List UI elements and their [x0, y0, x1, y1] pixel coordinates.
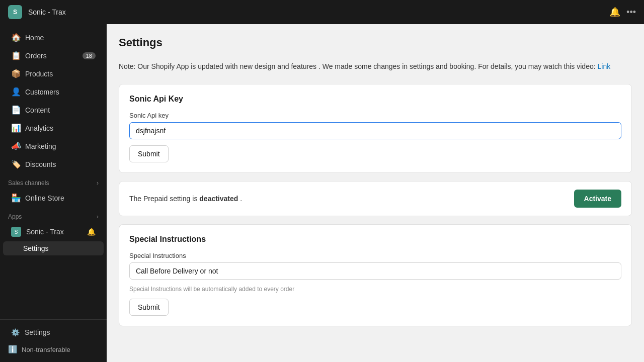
special-instructions-input[interactable]	[129, 262, 621, 280]
top-bar-actions: 🔔 •••	[609, 7, 636, 18]
main-content: Settings Note: Our Shopify App is update…	[107, 24, 644, 362]
sidebar-item-label: Analytics	[25, 124, 53, 132]
special-instructions-card: Special Instructions Special Instruction…	[119, 224, 632, 326]
products-icon: 📦	[11, 69, 20, 78]
sidebar-item-label: Customers	[25, 88, 59, 96]
sidebar-item-discounts[interactable]: 🏷️ Discounts	[3, 155, 104, 173]
orders-badge: 18	[83, 52, 96, 59]
sidebar-bottom: ⚙️ Settings ℹ️ Non-transferable	[0, 319, 107, 362]
sonic-api-key-submit-button[interactable]: Submit	[129, 145, 169, 162]
sonic-trax-icon: S	[11, 227, 21, 237]
sidebar-item-sonic-trax[interactable]: S Sonic - Trax 🔔	[3, 223, 104, 241]
sidebar-item-label: Marketing	[25, 142, 56, 150]
sidebar-item-label: Sonic - Trax	[26, 228, 64, 236]
sidebar-item-label: Content	[25, 106, 50, 114]
sidebar-item-content[interactable]: 📄 Content	[3, 101, 104, 119]
notification-icon: 🔔	[87, 228, 96, 236]
sidebar-item-label: Online Store	[25, 194, 64, 202]
sidebar-item-settings-main[interactable]: ⚙️ Settings	[3, 324, 104, 340]
sonic-api-key-input[interactable]	[129, 122, 621, 139]
analytics-icon: 📊	[11, 123, 20, 133]
app-name: Sonic - Trax	[28, 8, 66, 16]
special-instructions-hint: Special Instructions will be automatical…	[129, 286, 621, 293]
prepaid-status-text: The Prepaid setting is deactivated .	[129, 195, 242, 203]
sidebar-item-label: Home	[25, 34, 44, 42]
info-icon: ℹ️	[8, 345, 18, 354]
sidebar-item-customers[interactable]: 👤 Customers	[3, 83, 104, 101]
sidebar-sub-item-label: Settings	[23, 244, 49, 252]
sidebar-item-label: Discounts	[25, 160, 56, 168]
special-instructions-label: Special Instructions	[129, 252, 621, 259]
sidebar-item-analytics[interactable]: 📊 Analytics	[3, 119, 104, 137]
apps-section: Apps ›	[0, 207, 107, 222]
page-title: Settings	[119, 36, 632, 49]
note-text: Note: Our Shopify App is updated with ne…	[119, 61, 632, 72]
sonic-api-key-card-title: Sonic Api Key	[129, 95, 621, 104]
prepaid-card: The Prepaid setting is deactivated . Act…	[119, 181, 632, 216]
sidebar-item-orders[interactable]: 📋 Orders 18	[3, 47, 104, 64]
sidebar-item-home[interactable]: 🏠 Home	[3, 29, 104, 46]
activate-button[interactable]: Activate	[574, 190, 621, 208]
non-transferable-item: ℹ️ Non-transferable	[0, 341, 107, 358]
sales-channels-section: Sales channels ›	[0, 173, 107, 189]
more-icon[interactable]: •••	[626, 7, 636, 18]
online-store-icon: 🏪	[11, 193, 20, 203]
chevron-right-icon-apps: ›	[97, 213, 99, 220]
sidebar-nav: 🏠 Home 📋 Orders 18 📦 Products 👤 Customer…	[0, 24, 107, 319]
sidebar-item-label: Products	[25, 70, 53, 78]
top-bar: S Sonic - Trax 🔔 •••	[0, 0, 644, 24]
sidebar-sub-item-settings[interactable]: Settings	[3, 241, 104, 255]
sidebar: 🏠 Home 📋 Orders 18 📦 Products 👤 Customer…	[0, 24, 107, 362]
settings-icon: ⚙️	[11, 328, 20, 336]
bell-icon[interactable]: 🔔	[609, 7, 620, 18]
sidebar-item-label: Settings	[25, 328, 50, 336]
chevron-right-icon: ›	[97, 179, 99, 187]
sidebar-item-products[interactable]: 📦 Products	[3, 65, 104, 82]
sidebar-item-marketing[interactable]: 📣 Marketing	[3, 137, 104, 155]
discounts-icon: 🏷️	[11, 159, 20, 169]
special-instructions-card-title: Special Instructions	[129, 235, 621, 244]
note-link[interactable]: Link	[598, 62, 611, 70]
sidebar-item-label: Orders	[25, 52, 47, 60]
special-instructions-submit-button[interactable]: Submit	[129, 299, 169, 316]
sidebar-item-online-store[interactable]: 🏪 Online Store	[3, 189, 104, 207]
prepaid-status-bold: deactivated	[199, 195, 238, 203]
content-icon: 📄	[11, 105, 20, 115]
sonic-api-key-card: Sonic Api Key Sonic Api key Submit	[119, 84, 632, 173]
non-transferable-label: Non-transferable	[22, 346, 70, 353]
home-icon: 🏠	[11, 33, 20, 42]
sonic-api-key-label: Sonic Api key	[129, 112, 621, 119]
app-logo: S	[8, 5, 22, 19]
customers-icon: 👤	[11, 87, 20, 97]
marketing-icon: 📣	[11, 141, 20, 151]
orders-icon: 📋	[11, 51, 20, 60]
